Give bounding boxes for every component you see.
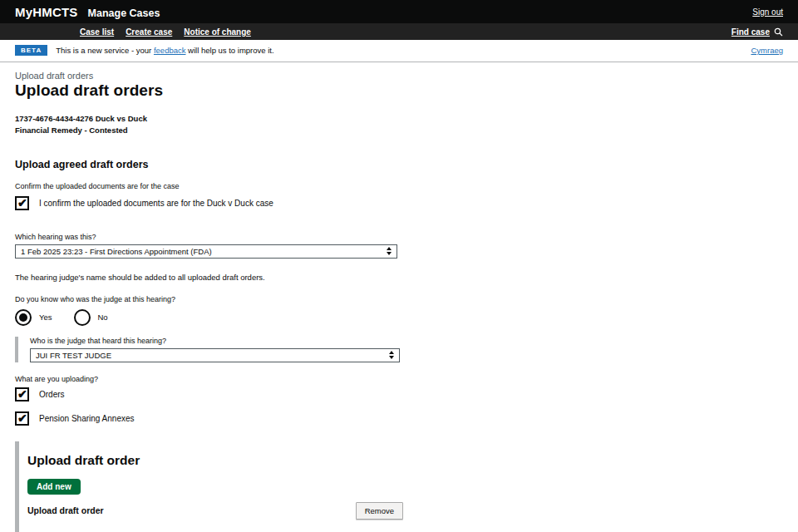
radio-yes[interactable]	[15, 309, 32, 326]
upload-type-pension-row: Pension Sharing Annexes	[15, 411, 783, 426]
confirm-checkbox-label: I confirm the uploaded documents are for…	[39, 199, 273, 208]
search-icon	[774, 27, 783, 37]
upload-item-header-row: Upload draft order Remove	[27, 502, 403, 520]
pension-annexes-checkbox-label: Pension Sharing Annexes	[39, 414, 135, 423]
case-reference-block: 1737-4676-4434-4276 Duck vs Duck Financi…	[15, 113, 783, 136]
case-reference: 1737-4676-4434-4276 Duck vs Duck	[15, 113, 783, 125]
find-case[interactable]: Find case	[732, 27, 783, 37]
form-section-title: Upload agreed draft orders	[15, 159, 783, 170]
phase-text-after: will help us to improve it.	[185, 46, 273, 55]
case-type: Financial Remedy - Contested	[15, 125, 783, 136]
judge-name-select-value: JUI FR TEST JUDGE	[36, 351, 111, 360]
confirm-checkbox[interactable]	[15, 196, 29, 210]
feedback-link[interactable]: feedback	[154, 46, 186, 55]
nav-notice-of-change[interactable]: Notice of change	[184, 27, 251, 37]
orders-checkbox-label: Orders	[39, 390, 65, 399]
judge-name-conditional: Who is the judge that heard this hearing…	[15, 337, 783, 362]
phase-banner: BETA This is a new service - your feedba…	[0, 40, 798, 62]
judge-name-select[interactable]: JUI FR TEST JUDGE	[30, 348, 400, 362]
sign-out-link[interactable]: Sign out	[752, 7, 783, 17]
judge-known-label: Do you know who was the judge at this he…	[15, 295, 783, 303]
radio-option-yes[interactable]: Yes	[15, 309, 52, 326]
orders-checkbox[interactable]	[15, 387, 29, 401]
confirm-label: Confirm the uploaded documents are for t…	[15, 182, 783, 190]
judge-name-label: Who is the judge that heard this hearing…	[30, 337, 783, 345]
judge-note: The hearing judge's name should be added…	[15, 273, 783, 282]
beta-badge: BETA	[15, 45, 47, 56]
hearing-select[interactable]: 1 Feb 2025 23:23 - First Directions Appo…	[15, 244, 397, 259]
app-title: Manage Cases	[88, 7, 160, 19]
pension-annexes-checkbox[interactable]	[15, 411, 29, 426]
page-caption: Upload draft orders	[15, 71, 783, 81]
hearing-label: Which hearing was this?	[15, 233, 783, 241]
add-new-button[interactable]: Add new	[27, 479, 81, 495]
phase-text: This is a new service - your feedback wi…	[56, 46, 273, 55]
select-spinner-icon	[387, 247, 392, 255]
header-bar: MyHMCTS Manage Cases Sign out	[0, 0, 798, 23]
judge-known-radios: Yes No	[15, 309, 783, 326]
upload-item-title: Upload draft order	[27, 505, 104, 515]
upload-type-orders-row: Orders	[15, 387, 783, 401]
upload-draft-order-section: Upload draft order Add new Upload draft …	[15, 441, 783, 532]
radio-no[interactable]	[74, 309, 91, 326]
page-title: Upload draft orders	[15, 81, 783, 100]
remove-button[interactable]: Remove	[356, 502, 403, 520]
phase-text-before: This is a new service - your	[56, 46, 154, 55]
radio-yes-label: Yes	[39, 313, 52, 322]
brand-logo[interactable]: MyHMCTS	[15, 5, 78, 19]
language-link[interactable]: Cymraeg	[751, 46, 783, 55]
upload-section-title: Upload draft order	[27, 453, 783, 468]
nav-bar: Case list Create case Notice of change F…	[0, 23, 798, 40]
radio-no-label: No	[98, 313, 108, 322]
find-case-link[interactable]: Find case	[732, 27, 770, 37]
nav-create-case[interactable]: Create case	[126, 27, 172, 37]
select-spinner-icon	[389, 351, 394, 359]
upload-types-label: What are you uploading?	[15, 375, 783, 383]
main-content: Upload draft orders Upload draft orders …	[0, 62, 798, 532]
nav-case-list[interactable]: Case list	[80, 27, 114, 37]
radio-option-no[interactable]: No	[74, 309, 108, 326]
hearing-select-value: 1 Feb 2025 23:23 - First Directions Appo…	[21, 247, 212, 256]
confirm-checkbox-row: I confirm the uploaded documents are for…	[15, 196, 783, 210]
